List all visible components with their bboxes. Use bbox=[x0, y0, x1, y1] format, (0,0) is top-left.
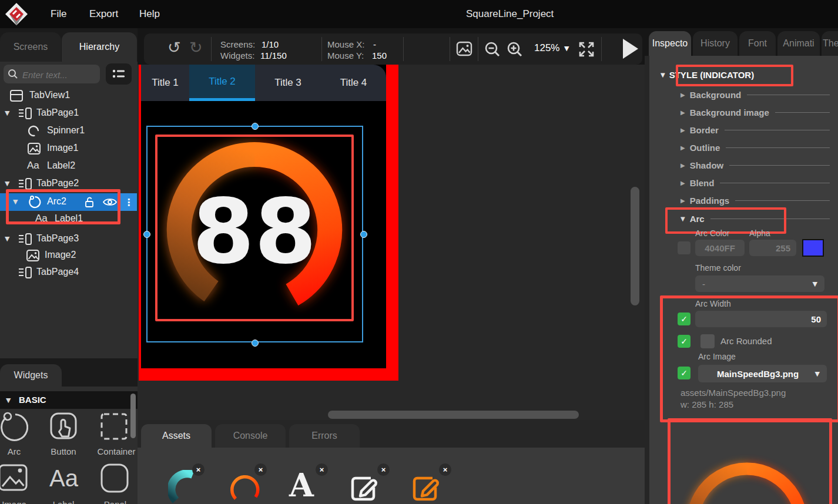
asset-remove-button[interactable]: × bbox=[192, 463, 205, 476]
style-indicator-header[interactable]: ▼ STYLE (INDICATOR) bbox=[661, 69, 831, 80]
row-options-button[interactable]: ⋮ bbox=[120, 193, 137, 211]
widget-image[interactable]: Image bbox=[0, 462, 44, 504]
section-border[interactable]: ▶ Border bbox=[681, 124, 830, 136]
arc-width-input[interactable]: 50 bbox=[695, 311, 827, 327]
screens-count-value: 1/10 bbox=[262, 39, 279, 49]
tree-row-spinner1[interactable]: Spinner1 bbox=[0, 122, 138, 140]
arc-width-checkbox[interactable]: ✓ bbox=[678, 313, 690, 325]
arc-rounded-label: Arc Rounded bbox=[720, 336, 772, 346]
section-shadow[interactable]: ▶ Shadow bbox=[681, 159, 830, 171]
section-background[interactable]: ▶ Background bbox=[681, 89, 830, 100]
menu-help[interactable]: Help bbox=[139, 8, 160, 20]
arc-image-checkbox[interactable]: ✓ bbox=[678, 367, 690, 379]
section-background-image[interactable]: ▶ Background image bbox=[681, 106, 830, 118]
menu-file[interactable]: File bbox=[51, 8, 66, 20]
asset-remove-button[interactable]: × bbox=[377, 463, 390, 476]
tab-animations[interactable]: Animati bbox=[777, 31, 820, 56]
unlock-icon[interactable] bbox=[83, 196, 95, 208]
arc-color-checkbox[interactable] bbox=[678, 241, 690, 254]
selection-handle-bottom[interactable] bbox=[252, 340, 259, 347]
eye-icon[interactable] bbox=[102, 197, 118, 207]
asset-thumb-letter-a[interactable]: A bbox=[289, 466, 314, 504]
arc-rounded-enable-checkbox[interactable]: ✓ bbox=[678, 335, 690, 348]
zoom-in-icon[interactable] bbox=[506, 41, 524, 58]
fit-screen-icon[interactable] bbox=[578, 41, 595, 58]
expand-arrow-icon[interactable]: ▼ bbox=[5, 235, 9, 243]
list-icon bbox=[112, 69, 125, 79]
close-icon: × bbox=[443, 465, 448, 474]
tree-row-label1[interactable]: Aa Label1 bbox=[0, 211, 138, 226]
tree-row-tabview1[interactable]: TabView1 bbox=[0, 87, 138, 105]
section-blend[interactable]: ▶ Blend bbox=[681, 177, 830, 189]
list-view-button[interactable] bbox=[106, 63, 132, 85]
tab-errors[interactable]: Errors bbox=[289, 424, 360, 448]
tab-console[interactable]: Console bbox=[215, 424, 286, 448]
menu-export[interactable]: Export bbox=[89, 8, 118, 20]
canvas-tab-title1[interactable]: Title 1 bbox=[141, 65, 189, 101]
canvas-horizontal-scrollbar[interactable] bbox=[328, 411, 579, 419]
tree-row-tabpage4[interactable]: TabPage4 bbox=[0, 264, 138, 281]
canvas-vertical-scrollbar[interactable] bbox=[631, 187, 639, 305]
widget-container[interactable]: Container bbox=[93, 410, 138, 458]
canvas-viewport[interactable]: Title 1 Title 2 Title 3 Title 4 bbox=[138, 65, 645, 420]
expand-arrow-icon[interactable]: ▼ bbox=[5, 180, 9, 187]
widget-label[interactable]: Aa Label bbox=[42, 462, 86, 504]
widget-panel[interactable]: Panel bbox=[93, 462, 138, 504]
alpha-input[interactable]: 255 bbox=[749, 240, 796, 256]
selection-handle-left[interactable] bbox=[143, 231, 150, 238]
screenshot-icon[interactable] bbox=[456, 41, 472, 56]
zoom-out-icon[interactable] bbox=[484, 41, 501, 58]
tab-inspector[interactable]: Inspecto bbox=[649, 31, 691, 56]
asset-remove-button[interactable]: × bbox=[439, 463, 451, 476]
tab-screens[interactable]: Screens bbox=[0, 32, 61, 62]
device-screen[interactable]: Title 1 Title 2 Title 3 Title 4 bbox=[139, 65, 398, 381]
hierarchy-search[interactable] bbox=[4, 65, 100, 83]
widgets-section-basic[interactable]: ▼ BASIC bbox=[0, 391, 138, 409]
tree-row-tabpage1[interactable]: ▼ TabPage1 bbox=[0, 105, 138, 122]
asset-thumb-arc-ring[interactable] bbox=[229, 471, 264, 504]
undo-icon[interactable]: ↺ bbox=[167, 38, 181, 56]
asset-thumb-edit-white[interactable] bbox=[347, 470, 381, 504]
arc-color-swatch[interactable] bbox=[802, 239, 824, 257]
expand-arrow-icon[interactable]: ▼ bbox=[5, 109, 9, 117]
tree-row-tabpage3[interactable]: ▼ TabPage3 bbox=[0, 230, 138, 248]
button-widget-icon bbox=[49, 411, 79, 444]
asset-thumb-edit-orange[interactable] bbox=[409, 470, 443, 504]
arc-image-dropdown[interactable]: MainSpeedBg3.png ▼ bbox=[698, 365, 827, 382]
search-icon bbox=[8, 69, 18, 79]
tab-widgets[interactable]: Widgets bbox=[0, 364, 62, 387]
expand-arrow-icon[interactable]: ▼ bbox=[13, 198, 18, 206]
selection-rect[interactable] bbox=[146, 126, 363, 342]
tree-row-image2[interactable]: Image2 bbox=[0, 247, 138, 264]
theme-color-dropdown[interactable]: - ▼ bbox=[695, 275, 824, 292]
tree-row-tabpage2[interactable]: ▼ TabPage2 bbox=[0, 175, 138, 193]
canvas-tab-title4[interactable]: Title 4 bbox=[321, 65, 386, 101]
widgets-tabbar: Widgets bbox=[0, 358, 138, 387]
tab-assets[interactable]: Assets bbox=[141, 424, 212, 448]
tree-row-arc2-selected[interactable]: ▼ Arc2 ⋮ bbox=[0, 193, 137, 211]
tab-font[interactable]: Font bbox=[739, 31, 776, 56]
widget-button[interactable]: Button bbox=[42, 410, 86, 458]
section-outline[interactable]: ▶ Outline bbox=[681, 142, 830, 153]
zoom-dropdown-icon[interactable]: ▼ bbox=[564, 45, 569, 52]
canvas-tab-title3[interactable]: Title 3 bbox=[255, 65, 321, 101]
arc-color-input[interactable]: 4040FF bbox=[695, 240, 745, 256]
redo-icon[interactable]: ↻ bbox=[189, 38, 203, 56]
canvas-tab-title2-active[interactable]: Title 2 bbox=[189, 65, 255, 101]
selection-handle-top[interactable] bbox=[252, 123, 259, 130]
selection-handle-right[interactable] bbox=[360, 231, 367, 238]
arc-rounded-checkbox[interactable] bbox=[700, 334, 715, 348]
tab-hierarchy[interactable]: Hierarchy bbox=[62, 32, 137, 62]
section-paddings[interactable]: ▶ Paddings bbox=[681, 194, 830, 206]
tree-row-image1[interactable]: Image1 bbox=[0, 140, 138, 157]
asset-remove-button[interactable]: × bbox=[316, 463, 328, 476]
zoom-level-value[interactable]: 125% bbox=[534, 42, 559, 54]
widget-arc[interactable]: Arc bbox=[0, 410, 44, 458]
play-button[interactable] bbox=[623, 39, 638, 59]
tab-history[interactable]: History bbox=[693, 31, 738, 56]
tab-themes[interactable]: The bbox=[822, 31, 838, 56]
search-input[interactable] bbox=[21, 67, 99, 82]
section-arc[interactable]: ▼ Arc bbox=[681, 213, 830, 224]
tree-row-label2[interactable]: Aa Label2 bbox=[0, 157, 138, 175]
asset-remove-button[interactable]: × bbox=[254, 463, 267, 476]
